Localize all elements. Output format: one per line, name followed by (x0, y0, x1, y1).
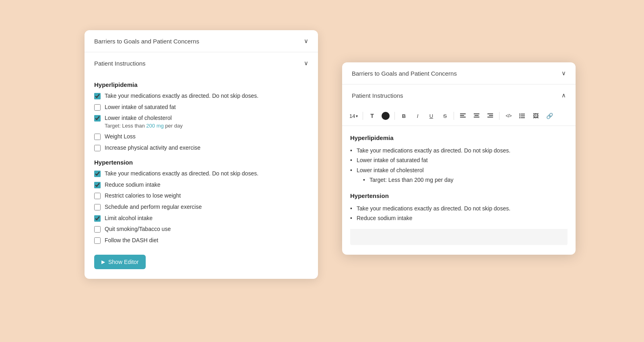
align-center-button[interactable] (471, 110, 482, 122)
bold-button[interactable]: B (398, 110, 409, 122)
link-button[interactable]: 🔗 (544, 110, 555, 122)
patient-instructions-accordion[interactable]: Patient Instructions ∨ (85, 52, 318, 74)
barriers-label: Barriers to Goals and Patient Concerns (94, 38, 199, 45)
svg-rect-8 (487, 117, 493, 117)
checkbox-hyper-4[interactable] (94, 134, 101, 140)
editor-barriers-accordion[interactable]: Barriers to Goals and Patient Concerns ∨ (342, 62, 576, 84)
editor-patient-instructions-chevron-up: ∧ (561, 92, 566, 99)
checklist-label: Restrict calories to lose weight (105, 192, 181, 200)
code-button[interactable]: </> (503, 110, 514, 122)
list-item: Follow the DASH diet (94, 237, 308, 245)
svg-point-9 (519, 113, 520, 115)
show-editor-icon: ▶ (101, 259, 105, 265)
left-panel: Barriers to Goals and Patient Concerns ∨… (85, 30, 318, 279)
italic-button[interactable]: I (412, 110, 423, 122)
checkbox-htn-5[interactable] (94, 215, 101, 222)
right-editor-panel: Barriers to Goals and Patient Concerns ∨… (342, 62, 576, 255)
svg-point-11 (519, 115, 520, 117)
text-format-button[interactable]: T (366, 110, 378, 122)
list-item: Take your medications exactly as directe… (94, 170, 308, 178)
image-button[interactable]: 🖼 (530, 110, 541, 122)
list-item: Lower intake of saturated fat (94, 103, 308, 111)
font-size-selector[interactable]: 14 ▾ (348, 110, 359, 122)
checkbox-hyper-2[interactable] (94, 104, 101, 111)
checkbox-hyper-3[interactable] (94, 115, 101, 122)
editor-patient-instructions-accordion[interactable]: Patient Instructions ∧ (342, 84, 576, 106)
checklist-label: Take your medications exactly as directe… (105, 92, 258, 100)
strikethrough-button[interactable]: S (439, 110, 450, 122)
color-picker-button[interactable] (380, 110, 391, 122)
patient-instructions-content: Hyperlipidemia Take your medications exa… (85, 81, 318, 269)
list-item: Restrict calories to lose weight (94, 192, 308, 200)
checklist-label: Lower intake of cholesterol Target: Less… (105, 114, 183, 130)
editor-barriers-chevron: ∨ (561, 70, 566, 77)
list-item: Reduce sodium intake (94, 181, 308, 189)
show-editor-label: Show Editor (108, 259, 138, 265)
barriers-accordion[interactable]: Barriers to Goals and Patient Concerns ∨ (85, 30, 318, 52)
checkbox-htn-7[interactable] (94, 237, 101, 244)
list-item: Lower intake of cholesterol Target: Less… (350, 166, 568, 185)
checklist-label: Reduce sodium intake (105, 181, 161, 189)
checklist-label: Take your medications exactly as directe… (105, 170, 258, 178)
list-item: Quit smoking/Tabacco use (94, 225, 308, 233)
checklist-label: Weight Loss (105, 133, 136, 141)
svg-rect-4 (475, 115, 479, 116)
editor-barriers-label: Barriers to Goals and Patient Concerns (352, 70, 457, 77)
checklist-label: Schedule and perform regular exercise (105, 203, 202, 211)
svg-rect-0 (460, 113, 466, 114)
toolbar-divider-4 (499, 112, 500, 120)
hypertension-title: Hypertension (94, 159, 308, 166)
checkbox-hyper-5[interactable] (94, 145, 101, 151)
list-item: Schedule and perform regular exercise (94, 203, 308, 211)
checklist-label: Limit alcohol intake (105, 214, 153, 223)
editor-hypertension-title: Hypertension (350, 191, 568, 201)
show-editor-button[interactable]: ▶ Show Editor (94, 255, 146, 269)
checklist-label: Follow the DASH diet (105, 237, 158, 245)
hyperlipidemia-title: Hyperlipidemia (94, 81, 308, 88)
checklist-label: Quit smoking/Tabacco use (105, 225, 171, 233)
color-dot (382, 112, 390, 120)
list-item: Lower intake of cholesterol Target: Less… (94, 114, 308, 130)
align-left-icon (460, 113, 466, 118)
underline-button[interactable]: U (425, 110, 437, 122)
list-item: Take your medications exactly as directe… (94, 92, 308, 100)
font-size-value: 14 (349, 113, 355, 119)
checkbox-htn-4[interactable] (94, 204, 101, 210)
highlight-value: 200 mg (146, 123, 163, 129)
list-button[interactable] (516, 110, 528, 122)
list-item: Take your medications exactly as directe… (350, 204, 568, 213)
list-icon (519, 113, 525, 118)
editor-hyperlipidemia-title: Hyperlipidemia (350, 133, 568, 143)
list-item: Increase physical activity and exercise (94, 144, 308, 152)
checkbox-htn-1[interactable] (94, 171, 101, 177)
list-item: Take your medications exactly as directe… (350, 146, 568, 155)
checklist-label: Increase physical activity and exercise (105, 144, 200, 152)
editor-empty-area[interactable] (350, 229, 568, 245)
checkbox-htn-3[interactable] (94, 193, 101, 199)
align-center-icon (474, 113, 479, 118)
svg-rect-7 (489, 115, 493, 116)
font-size-chevron: ▾ (356, 114, 358, 118)
editor-sub-list: Target: Less than 200 mg per day (357, 175, 568, 184)
svg-rect-6 (487, 113, 493, 114)
align-right-button[interactable] (485, 110, 496, 122)
align-right-icon (487, 113, 493, 118)
list-item: Target: Less than 200 mg per day (363, 175, 568, 184)
patient-instructions-label: Patient Instructions (94, 60, 146, 67)
list-item: Reduce sodium intake (350, 214, 568, 223)
checkbox-htn-2[interactable] (94, 182, 101, 188)
align-left-button[interactable] (457, 110, 469, 122)
svg-rect-10 (521, 114, 525, 115)
svg-rect-1 (460, 115, 464, 116)
checkbox-hyper-1[interactable] (94, 93, 101, 99)
checklist-label: Lower intake of saturated fat (105, 103, 176, 111)
svg-rect-2 (460, 117, 466, 117)
svg-rect-12 (521, 115, 525, 116)
editor-content-area[interactable]: Hyperlipidemia Take your medications exa… (342, 126, 576, 255)
svg-point-13 (519, 117, 520, 118)
list-item: Lower intake of saturated fat (350, 156, 568, 165)
checkbox-htn-6[interactable] (94, 226, 101, 233)
svg-rect-14 (521, 117, 525, 118)
editor-hypertension-list: Take your medications exactly as directe… (350, 204, 568, 223)
list-item: Limit alcohol intake (94, 214, 308, 223)
